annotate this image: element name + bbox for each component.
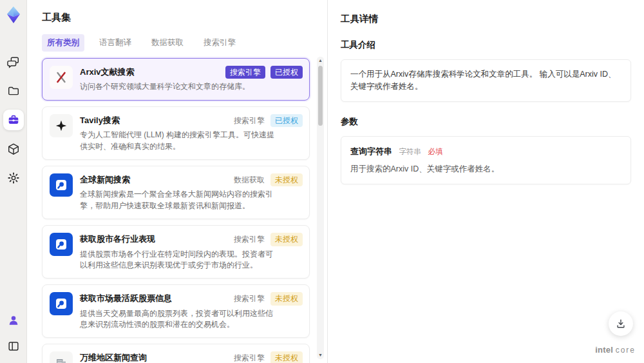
blue-search-icon <box>50 233 73 256</box>
app-window: 工具集 所有类别 语言翻译 数据获取 搜索引擎 Arxiv文献搜索 <box>0 0 644 363</box>
arxiv-icon <box>50 66 73 89</box>
sidebar-item-chat[interactable] <box>3 52 24 72</box>
scroll-up-arrow[interactable]: ▲ <box>317 57 324 64</box>
tool-card-active-stocks[interactable]: 获取市场最活跃股票信息 搜索引擎 未授权 提供当天交易量最高的股票列表，投资者可… <box>42 284 310 338</box>
params-heading: 参数 <box>341 116 631 128</box>
gem-logo-icon <box>5 6 23 24</box>
tavily-sparkle-icon <box>50 114 73 137</box>
scrollbar-thumb[interactable] <box>318 66 323 126</box>
tool-description: 访问各个研究领域大量科学论文和文章的存储库。 <box>80 81 274 92</box>
panel-toggle-button[interactable] <box>3 336 24 357</box>
category-badge: 数据获取 <box>233 173 265 186</box>
chat-icon <box>7 55 20 68</box>
param-name: 查询字符串 <box>350 146 392 156</box>
category-badge: 搜索引擎 <box>233 233 265 246</box>
details-panel: 工具详情 工具介绍 一个用于从Arxiv存储库搜索科学论文和文章的工具。 输入可… <box>327 0 644 363</box>
tool-card-stock-sectors[interactable]: 获取股市各行业表现 搜索引擎 未授权 提供股票市场各个行业在特定时间段内的表现。… <box>42 225 310 279</box>
tab-language-translation[interactable]: 语言翻译 <box>94 34 137 52</box>
auth-badge: 已授权 <box>270 114 303 127</box>
tab-search-engine[interactable]: 搜索引擎 <box>198 34 241 52</box>
scroll-down-arrow[interactable]: ▼ <box>317 352 324 358</box>
tool-name: Arxiv文献搜索 <box>80 66 135 78</box>
user-profile-button[interactable] <box>3 310 24 331</box>
tool-name: 全球新闻搜索 <box>80 173 130 186</box>
cube-icon <box>7 142 20 155</box>
category-badge: 搜索引擎 <box>233 351 265 363</box>
blue-search-icon <box>50 292 73 315</box>
tool-description: 提供股票市场各个行业在特定时间段内的表现。投资者可以利用这些信息来识别表现优于或… <box>80 249 274 271</box>
tool-list: Arxiv文献搜索 搜索引擎 已授权 访问各个研究领域大量科学论文和文章的存储库… <box>42 58 310 363</box>
intro-heading: 工具介绍 <box>341 39 631 51</box>
sidebar-item-files[interactable] <box>3 81 24 101</box>
tool-description: 专为人工智能代理 (LLM) 构建的搜索引擎工具。可快速提供实时、准确和真实的结… <box>80 130 274 152</box>
tool-name: 万维地区新闻查询 <box>80 351 147 363</box>
tool-name: Tavily搜索 <box>80 114 120 126</box>
news-building-icon <box>50 351 73 363</box>
param-required-badge: 必填 <box>428 148 442 155</box>
tools-panel: 工具集 所有类别 语言翻译 数据获取 搜索引擎 Arxiv文献搜索 <box>27 0 327 363</box>
tool-card-arxiv[interactable]: Arxiv文献搜索 搜索引擎 已授权 访问各个研究领域大量科学论文和文章的存储库… <box>42 58 310 101</box>
tool-list-scrollbar[interactable]: ▲ ▼ <box>317 57 324 359</box>
folder-icon <box>7 84 20 97</box>
intel-core-logo: intel core <box>595 345 636 355</box>
tool-card-global-news[interactable]: 全球新闻搜索 数据获取 未授权 全球新闻搜索是一个聚合全球各大新闻网站内容的搜索… <box>42 166 310 219</box>
toolbox-icon <box>7 113 20 126</box>
auth-badge: 未授权 <box>270 292 303 305</box>
auth-badge: 未授权 <box>270 233 303 246</box>
category-badge: 搜索引擎 <box>233 292 265 305</box>
download-button[interactable] <box>609 311 633 336</box>
tool-card-tavily[interactable]: Tavily搜索 搜索引擎 已授权 专为人工智能代理 (LLM) 构建的搜索引擎… <box>42 106 310 160</box>
intro-text-box: 一个用于从Arxiv存储库搜索科学论文和文章的工具。 输入可以是Arxiv ID… <box>341 59 631 102</box>
param-description: 用于搜索的Arxiv ID、关键字或作者姓名。 <box>350 163 621 175</box>
user-avatar-icon <box>7 314 20 327</box>
download-icon <box>615 318 627 329</box>
tool-description: 提供当天交易量最高的股票列表，投资者可以利用这些信息来识别流动性强的股票和潜在的… <box>80 308 274 331</box>
category-tabs: 所有类别 语言翻译 数据获取 搜索引擎 <box>42 34 327 52</box>
auth-badge: 已授权 <box>270 66 303 79</box>
sidebar <box>0 0 27 363</box>
gear-icon <box>7 172 20 184</box>
tool-name: 获取股市各行业表现 <box>80 233 155 245</box>
blue-search-icon <box>50 173 73 197</box>
sidebar-item-packages[interactable] <box>3 139 24 159</box>
app-logo[interactable] <box>4 5 23 25</box>
panel-toggle-icon <box>7 340 20 353</box>
sidebar-bottom <box>3 310 24 357</box>
param-box: 查询字符串 字符串 必填 用于搜索的Arxiv ID、关键字或作者姓名。 <box>341 136 631 185</box>
category-badge: 搜索引擎 <box>225 66 265 79</box>
tool-name: 获取市场最活跃股票信息 <box>80 292 172 304</box>
tab-all-categories[interactable]: 所有类别 <box>42 34 84 52</box>
page-title: 工具集 <box>42 12 327 24</box>
tab-data-fetching[interactable]: 数据获取 <box>146 34 189 52</box>
category-badge: 搜索引擎 <box>233 114 265 127</box>
details-title: 工具详情 <box>341 13 631 25</box>
tool-card-regional-news[interactable]: 万维地区新闻查询 搜索引擎 未授权 查询具体行政区划内的新闻，快速了解各地新闻动 <box>42 344 310 363</box>
sidebar-item-settings[interactable] <box>3 168 24 188</box>
auth-badge: 未授权 <box>270 173 303 186</box>
sidebar-item-toolbox[interactable] <box>3 110 24 130</box>
param-type: 字符串 <box>399 148 421 155</box>
tool-description: 全球新闻搜索是一个聚合全球各大新闻网站内容的搜索引擎，帮助用户快速获取全球最新资… <box>80 189 274 211</box>
auth-badge: 未授权 <box>270 351 303 363</box>
